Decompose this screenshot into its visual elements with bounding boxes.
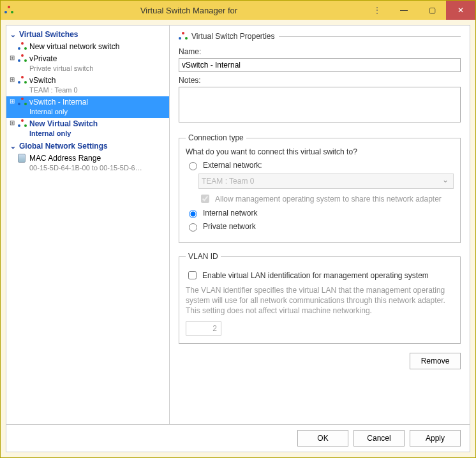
private-label: Private network: [203, 222, 256, 231]
client-area: Virtual Switches New virtual network swi…: [1, 20, 475, 457]
left-pane: Virtual Switches New virtual network swi…: [6, 26, 170, 424]
window-frame: Virtual Switch Manager for ⋮ — ▢ ✕ Virtu…: [0, 0, 476, 458]
minimize-button[interactable]: —: [390, 1, 418, 20]
vlan-group: VLAN ID Enable virtual LAN identificatio…: [179, 252, 461, 344]
tree-item-sub: TEAM : Team 0: [29, 85, 167, 95]
tree-item-vswitch[interactable]: ⊞ vSwitch TEAM : Team 0: [6, 75, 169, 96]
tree-section-switches[interactable]: Virtual Switches: [6, 28, 169, 41]
main-row: Virtual Switches New virtual network swi…: [6, 26, 470, 424]
external-adapter-combo-wrap: TEAM : Team 0: [198, 174, 454, 189]
internal-network-row[interactable]: Internal network: [186, 208, 454, 218]
expand-icon[interactable]: ⊞: [9, 120, 15, 126]
vlan-legend: VLAN ID: [186, 252, 221, 261]
allow-mgmt-row: Allow management operating system to sha…: [198, 193, 454, 205]
switch-icon: [18, 119, 27, 128]
tree-item-new-virtual-switch[interactable]: ⊞ New Virtual Switch Internal only: [6, 118, 169, 140]
switch-icon: [18, 98, 27, 107]
tree-item-label: vSwitch: [29, 76, 56, 85]
tree-item-vswitch-internal[interactable]: ⊞ vSwitch - Internal Internal only: [6, 96, 169, 118]
tree-item-sub: Private virtual switch: [29, 64, 167, 73]
connection-type-legend: Connection type: [186, 133, 246, 142]
app-icon: [4, 6, 13, 15]
vlan-id-input: [186, 321, 221, 336]
apply-button[interactable]: Apply: [410, 430, 461, 447]
private-network-row[interactable]: Private network: [186, 221, 454, 232]
private-radio[interactable]: [189, 223, 197, 232]
tree-item-label: New virtual network switch: [29, 42, 119, 51]
tree-item-sub: Internal only: [29, 107, 167, 117]
allow-mgmt-checkbox: [201, 195, 209, 203]
tree-item-sub: Internal only: [29, 129, 167, 138]
vlan-enable-checkbox[interactable]: [188, 271, 197, 279]
tree-section-global[interactable]: Global Network Settings: [6, 140, 169, 152]
properties-header: Virtual Switch Properties: [179, 32, 461, 41]
dialog-button-row: OK Cancel Apply: [6, 424, 470, 452]
notes-input[interactable]: [179, 87, 461, 122]
titlebar-left: [4, 6, 13, 15]
switch-icon: [18, 42, 27, 51]
remove-row: Remove: [179, 353, 461, 369]
external-radio[interactable]: [189, 162, 197, 170]
name-input[interactable]: [179, 58, 461, 72]
tree-item-mac-range[interactable]: MAC Address Range 00-15-5D-64-1B-00 to 0…: [6, 152, 169, 174]
internal-radio[interactable]: [189, 210, 197, 218]
name-label: Name:: [179, 47, 461, 56]
remove-button[interactable]: Remove: [410, 353, 461, 369]
tree-item-vprivate[interactable]: ⊞ vPrivate Private virtual switch: [6, 53, 169, 75]
titlebar-menu-icon[interactable]: ⋮: [364, 6, 390, 15]
vlan-enable-label: Enable virtual LAN identification for ma…: [202, 271, 429, 280]
titlebar[interactable]: Virtual Switch Manager for ⋮ — ▢ ✕: [1, 1, 475, 20]
external-label: External network:: [203, 161, 262, 170]
close-button[interactable]: ✕: [446, 1, 475, 20]
connection-type-group: Connection type What do you want to conn…: [179, 133, 461, 243]
switch-icon: [18, 76, 27, 85]
cancel-button[interactable]: Cancel: [353, 430, 405, 447]
allow-mgmt-label: Allow management operating system to sha…: [215, 195, 442, 203]
window-controls: — ▢ ✕: [390, 1, 475, 20]
properties-header-text: Virtual Switch Properties: [191, 32, 275, 41]
tree-item-label: New Virtual Switch: [29, 119, 98, 128]
switch-icon: [179, 32, 188, 41]
ok-button[interactable]: OK: [297, 430, 348, 447]
expand-icon[interactable]: ⊞: [9, 98, 15, 104]
tree-item-label: MAC Address Range: [29, 154, 101, 163]
tree-item-label: vSwitch - Internal: [29, 98, 88, 107]
maximize-button[interactable]: ▢: [418, 1, 446, 20]
tree-item-label: vPrivate: [29, 54, 57, 63]
external-adapter-combo: TEAM : Team 0: [198, 174, 454, 189]
window-title: Virtual Switch Manager for: [13, 6, 364, 15]
inner-panel: Virtual Switches New virtual network swi…: [6, 25, 470, 452]
tree-item-sub: 00-15-5D-64-1B-00 to 00-15-5D-6…: [29, 163, 167, 173]
right-pane: Virtual Switch Properties Name: Notes: C…: [170, 26, 470, 424]
mac-range-icon: [18, 154, 27, 163]
expand-icon[interactable]: ⊞: [9, 77, 15, 82]
external-network-row[interactable]: External network:: [186, 160, 454, 170]
vlan-enable-row[interactable]: Enable virtual LAN identification for ma…: [186, 269, 454, 281]
notes-label: Notes:: [179, 76, 461, 85]
switch-icon: [18, 54, 27, 63]
vlan-help-text: The VLAN identifier specifies the virtua…: [186, 285, 454, 316]
connection-type-question: What do you want to connect this virtual…: [186, 147, 454, 156]
internal-label: Internal network: [203, 209, 257, 218]
expand-icon[interactable]: ⊞: [9, 55, 15, 61]
divider: [279, 36, 461, 37]
tree-item-new-switch[interactable]: New virtual network switch: [6, 41, 169, 53]
